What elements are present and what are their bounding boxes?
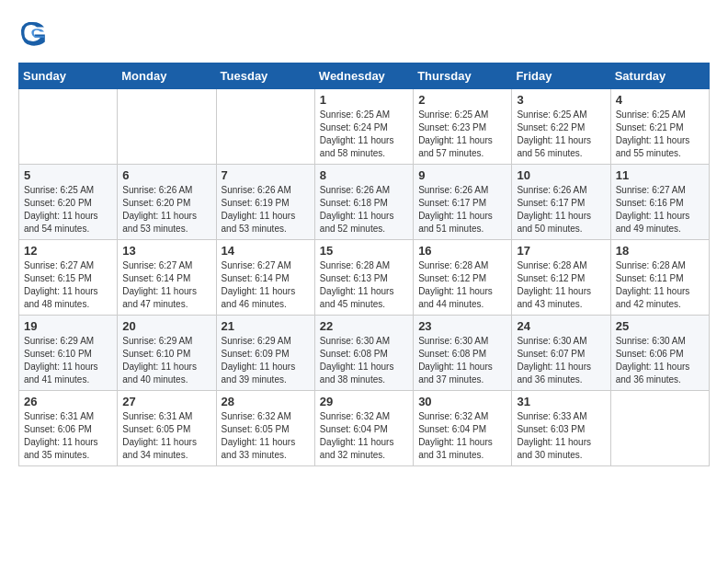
calendar-cell: 2Sunrise: 6:25 AM Sunset: 6:23 PM Daylig…	[414, 89, 512, 165]
logo	[18, 18, 53, 48]
calendar-cell: 27Sunrise: 6:31 AM Sunset: 6:05 PM Dayli…	[118, 391, 216, 466]
calendar-cell: 16Sunrise: 6:28 AM Sunset: 6:12 PM Dayli…	[414, 240, 512, 316]
weekday-header: Sunday	[19, 63, 118, 89]
day-info: Sunrise: 6:26 AM Sunset: 6:20 PM Dayligh…	[122, 184, 210, 236]
calendar-cell	[19, 89, 118, 165]
day-info: Sunrise: 6:29 AM Sunset: 6:09 PM Dayligh…	[222, 335, 310, 386]
page-header	[18, 18, 710, 48]
day-info: Sunrise: 6:29 AM Sunset: 6:10 PM Dayligh…	[122, 335, 210, 386]
day-number: 16	[418, 244, 506, 258]
calendar-cell: 17Sunrise: 6:28 AM Sunset: 6:12 PM Dayli…	[512, 240, 610, 316]
day-info: Sunrise: 6:26 AM Sunset: 6:17 PM Dayligh…	[418, 184, 506, 236]
calendar-cell: 18Sunrise: 6:28 AM Sunset: 6:11 PM Dayli…	[610, 240, 709, 316]
day-number: 19	[24, 319, 112, 333]
day-info: Sunrise: 6:25 AM Sunset: 6:24 PM Dayligh…	[320, 109, 408, 160]
day-info: Sunrise: 6:25 AM Sunset: 6:20 PM Dayligh…	[24, 184, 112, 236]
calendar-cell: 24Sunrise: 6:30 AM Sunset: 6:07 PM Dayli…	[512, 316, 610, 391]
calendar-cell: 31Sunrise: 6:33 AM Sunset: 6:03 PM Dayli…	[512, 391, 610, 466]
day-number: 8	[320, 168, 408, 182]
day-number: 17	[517, 244, 605, 258]
day-info: Sunrise: 6:28 AM Sunset: 6:13 PM Dayligh…	[320, 259, 408, 311]
calendar-cell: 3Sunrise: 6:25 AM Sunset: 6:22 PM Daylig…	[512, 89, 610, 165]
day-number: 23	[418, 319, 506, 333]
calendar-cell	[118, 89, 216, 165]
day-info: Sunrise: 6:32 AM Sunset: 6:05 PM Dayligh…	[222, 410, 310, 462]
calendar-week-row: 5Sunrise: 6:25 AM Sunset: 6:20 PM Daylig…	[19, 165, 710, 240]
day-info: Sunrise: 6:26 AM Sunset: 6:18 PM Dayligh…	[320, 184, 408, 236]
day-info: Sunrise: 6:26 AM Sunset: 6:17 PM Dayligh…	[517, 184, 605, 236]
day-number: 4	[616, 93, 704, 107]
day-number: 5	[24, 168, 112, 182]
day-number: 31	[517, 395, 605, 408]
day-number: 10	[517, 168, 605, 182]
day-number: 29	[320, 395, 408, 408]
day-info: Sunrise: 6:30 AM Sunset: 6:07 PM Dayligh…	[517, 335, 605, 386]
calendar-cell: 29Sunrise: 6:32 AM Sunset: 6:04 PM Dayli…	[314, 391, 413, 466]
weekday-header: Monday	[118, 63, 216, 89]
calendar-cell: 5Sunrise: 6:25 AM Sunset: 6:20 PM Daylig…	[19, 165, 118, 240]
day-number: 27	[122, 395, 210, 408]
calendar-cell: 11Sunrise: 6:27 AM Sunset: 6:16 PM Dayli…	[610, 165, 709, 240]
calendar-cell: 22Sunrise: 6:30 AM Sunset: 6:08 PM Dayli…	[314, 316, 413, 391]
day-number: 1	[320, 93, 408, 107]
calendar-cell: 7Sunrise: 6:26 AM Sunset: 6:19 PM Daylig…	[216, 165, 314, 240]
day-number: 22	[320, 319, 408, 333]
day-number: 15	[320, 244, 408, 258]
day-info: Sunrise: 6:32 AM Sunset: 6:04 PM Dayligh…	[418, 410, 506, 462]
day-info: Sunrise: 6:28 AM Sunset: 6:12 PM Dayligh…	[517, 259, 605, 311]
calendar-cell: 1Sunrise: 6:25 AM Sunset: 6:24 PM Daylig…	[314, 89, 413, 165]
weekday-header: Friday	[512, 63, 610, 89]
day-number: 24	[517, 319, 605, 333]
calendar-week-row: 12Sunrise: 6:27 AM Sunset: 6:15 PM Dayli…	[19, 240, 710, 316]
calendar-cell: 10Sunrise: 6:26 AM Sunset: 6:17 PM Dayli…	[512, 165, 610, 240]
day-number: 7	[222, 168, 310, 182]
day-number: 18	[616, 244, 704, 258]
day-info: Sunrise: 6:27 AM Sunset: 6:16 PM Dayligh…	[616, 184, 704, 236]
day-number: 25	[616, 319, 704, 333]
day-number: 26	[24, 395, 112, 408]
weekday-header: Tuesday	[216, 63, 314, 89]
day-info: Sunrise: 6:31 AM Sunset: 6:05 PM Dayligh…	[122, 410, 210, 462]
weekday-header-row: SundayMondayTuesdayWednesdayThursdayFrid…	[19, 63, 710, 89]
calendar-cell: 4Sunrise: 6:25 AM Sunset: 6:21 PM Daylig…	[610, 89, 709, 165]
day-info: Sunrise: 6:32 AM Sunset: 6:04 PM Dayligh…	[320, 410, 408, 462]
day-info: Sunrise: 6:25 AM Sunset: 6:21 PM Dayligh…	[616, 109, 704, 160]
calendar-cell: 13Sunrise: 6:27 AM Sunset: 6:14 PM Dayli…	[118, 240, 216, 316]
day-number: 28	[222, 395, 310, 408]
day-number: 12	[24, 244, 112, 258]
weekday-header: Wednesday	[314, 63, 413, 89]
day-number: 30	[418, 395, 506, 408]
calendar-cell: 30Sunrise: 6:32 AM Sunset: 6:04 PM Dayli…	[414, 391, 512, 466]
day-info: Sunrise: 6:27 AM Sunset: 6:14 PM Dayligh…	[222, 259, 310, 311]
day-info: Sunrise: 6:28 AM Sunset: 6:12 PM Dayligh…	[418, 259, 506, 311]
calendar-cell: 9Sunrise: 6:26 AM Sunset: 6:17 PM Daylig…	[414, 165, 512, 240]
day-info: Sunrise: 6:25 AM Sunset: 6:22 PM Dayligh…	[517, 109, 605, 160]
calendar-cell: 25Sunrise: 6:30 AM Sunset: 6:06 PM Dayli…	[610, 316, 709, 391]
calendar-cell: 14Sunrise: 6:27 AM Sunset: 6:14 PM Dayli…	[216, 240, 314, 316]
day-info: Sunrise: 6:28 AM Sunset: 6:11 PM Dayligh…	[616, 259, 704, 311]
calendar-cell: 6Sunrise: 6:26 AM Sunset: 6:20 PM Daylig…	[118, 165, 216, 240]
calendar-table: SundayMondayTuesdayWednesdayThursdayFrid…	[18, 63, 710, 466]
day-number: 3	[517, 93, 605, 107]
calendar-cell: 23Sunrise: 6:30 AM Sunset: 6:08 PM Dayli…	[414, 316, 512, 391]
calendar-cell	[610, 391, 709, 466]
day-info: Sunrise: 6:33 AM Sunset: 6:03 PM Dayligh…	[517, 410, 605, 462]
calendar-cell: 26Sunrise: 6:31 AM Sunset: 6:06 PM Dayli…	[19, 391, 118, 466]
day-number: 9	[418, 168, 506, 182]
day-info: Sunrise: 6:25 AM Sunset: 6:23 PM Dayligh…	[418, 109, 506, 160]
weekday-header: Thursday	[414, 63, 512, 89]
calendar-cell: 19Sunrise: 6:29 AM Sunset: 6:10 PM Dayli…	[19, 316, 118, 391]
calendar-week-row: 1Sunrise: 6:25 AM Sunset: 6:24 PM Daylig…	[19, 89, 710, 165]
day-info: Sunrise: 6:27 AM Sunset: 6:15 PM Dayligh…	[24, 259, 112, 311]
calendar-week-row: 26Sunrise: 6:31 AM Sunset: 6:06 PM Dayli…	[19, 391, 710, 466]
day-number: 14	[222, 244, 310, 258]
calendar-cell: 20Sunrise: 6:29 AM Sunset: 6:10 PM Dayli…	[118, 316, 216, 391]
logo-icon	[18, 18, 48, 48]
day-info: Sunrise: 6:30 AM Sunset: 6:08 PM Dayligh…	[418, 335, 506, 386]
day-info: Sunrise: 6:27 AM Sunset: 6:14 PM Dayligh…	[122, 259, 210, 311]
calendar-cell: 21Sunrise: 6:29 AM Sunset: 6:09 PM Dayli…	[216, 316, 314, 391]
calendar-cell: 8Sunrise: 6:26 AM Sunset: 6:18 PM Daylig…	[314, 165, 413, 240]
day-number: 13	[122, 244, 210, 258]
calendar-cell: 12Sunrise: 6:27 AM Sunset: 6:15 PM Dayli…	[19, 240, 118, 316]
day-number: 21	[222, 319, 310, 333]
